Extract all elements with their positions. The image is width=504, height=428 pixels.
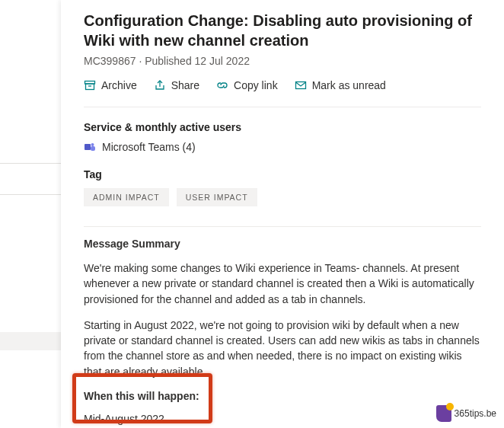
mail-icon <box>295 79 307 91</box>
tag-chip: USER IMPACT <box>177 188 257 206</box>
service-section-label: Service & monthly active users <box>84 121 481 133</box>
tag-chip: ADMIN IMPACT <box>84 188 169 206</box>
svg-rect-6 <box>91 146 95 151</box>
archive-button[interactable]: Archive <box>84 79 137 91</box>
archive-icon <box>84 79 96 91</box>
watermark-text: 365tips.be <box>455 408 496 419</box>
action-bar: Archive Share Copy link Mark as unread <box>84 79 481 107</box>
summary-paragraph: We're making some changes to Wiki experi… <box>84 260 481 307</box>
message-id: MC399867 <box>84 55 136 67</box>
message-detail-panel: Configuration Change: Disabling auto pro… <box>61 0 504 428</box>
tag-list: ADMIN IMPACT USER IMPACT <box>84 188 481 206</box>
when-value: Mid-August 2022 <box>84 413 481 425</box>
copy-link-button[interactable]: Copy link <box>216 79 278 91</box>
service-name: Microsoft Teams (4) <box>102 141 196 153</box>
service-row: Microsoft Teams (4) <box>84 141 481 153</box>
mark-unread-button[interactable]: Mark as unread <box>295 79 386 91</box>
left-nav-rail <box>0 0 61 428</box>
svg-rect-1 <box>86 84 94 90</box>
svg-rect-4 <box>85 144 91 150</box>
divider <box>84 226 481 227</box>
summary-label: Message Summary <box>84 238 481 250</box>
share-button[interactable]: Share <box>154 79 199 91</box>
watermark: 365tips.be <box>436 405 496 422</box>
tag-section-label: Tag <box>84 168 481 180</box>
watermark-logo-icon <box>436 405 451 422</box>
share-icon <box>154 79 166 91</box>
when-label: When this will happen: <box>84 390 481 402</box>
teams-icon <box>84 141 96 153</box>
summary-paragraph: Starting in August 2022, we're not going… <box>84 318 481 379</box>
svg-point-5 <box>91 143 94 146</box>
message-meta: MC399867 · Published 12 Jul 2022 <box>84 55 481 67</box>
link-icon <box>216 79 228 91</box>
published-date: 12 Jul 2022 <box>195 55 250 67</box>
message-title: Configuration Change: Disabling auto pro… <box>84 11 481 50</box>
